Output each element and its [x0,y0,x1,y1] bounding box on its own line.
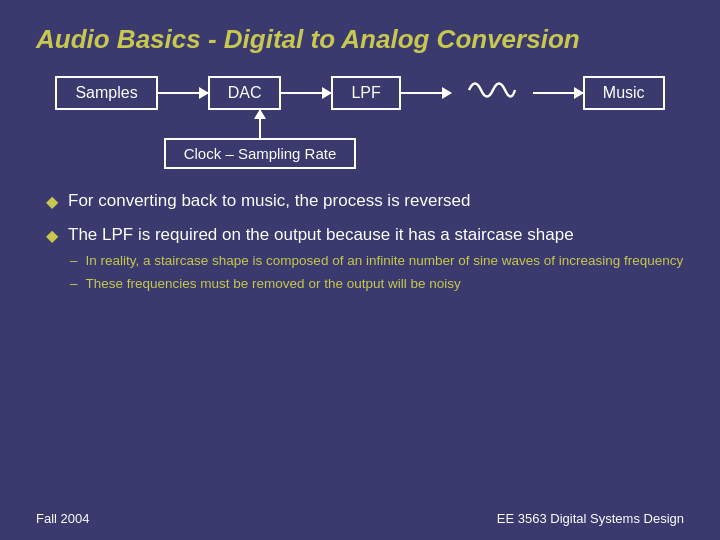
sub-bullet-1: – In reality, a staircase shape is compo… [70,252,683,271]
arrow-line-1 [158,92,208,94]
dac-box: DAC [208,76,282,110]
lpf-box: LPF [331,76,400,110]
slide-title: Audio Basics - Digital to Analog Convers… [36,24,684,55]
bullet-section: ◆ For converting back to music, the proc… [36,189,684,308]
arrow-dac-lpf [281,92,331,94]
bullet-diamond-2: ◆ [46,225,58,247]
bullet-2-text: The LPF is required on the output becaus… [68,223,574,247]
bullet-1: ◆ For converting back to music, the proc… [46,189,684,213]
clock-label-area: Clock – Sampling Rate [164,110,357,169]
slide: Audio Basics - Digital to Analog Convers… [0,0,720,540]
sub-bullet-2-text: These frequencies must be removed or the… [86,275,461,294]
samples-box: Samples [55,76,157,110]
arrow-line-4 [533,92,583,94]
arrow-samples-dac [158,92,208,94]
wave-icon [467,75,517,110]
diagram-row: Samples DAC LPF [55,75,664,110]
clock-arrow [259,110,261,138]
bullet-1-text: For converting back to music, the proces… [68,189,471,213]
arrow-wave-music [533,92,583,94]
footer-center: EE 3563 Digital Systems Design [497,511,684,526]
arrow-line-3 [401,92,451,94]
bullet-2: ◆ The LPF is required on the output beca… [46,223,684,297]
arrow-line-2 [281,92,331,94]
footer: Fall 2004 EE 3563 Digital Systems Design [36,511,684,526]
diagram-area: Samples DAC LPF [36,75,684,169]
sub-dash-2: – [70,275,78,294]
bullet-diamond-1: ◆ [46,191,58,213]
sub-bullets: – In reality, a staircase shape is compo… [70,252,683,298]
footer-left: Fall 2004 [36,511,89,526]
clock-label: Clock – Sampling Rate [164,138,357,169]
sub-bullet-1-text: In reality, a staircase shape is compose… [86,252,684,271]
sub-dash-1: – [70,252,78,271]
arrow-lpf-wave [401,92,451,94]
music-box: Music [583,76,665,110]
sub-bullet-2: – These frequencies must be removed or t… [70,275,683,294]
